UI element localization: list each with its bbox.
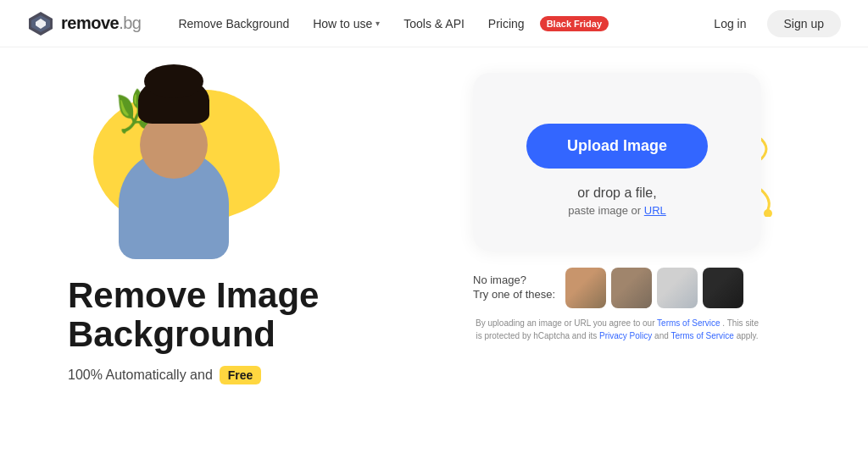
terms-link-2[interactable]: Terms of Service bbox=[670, 331, 733, 340]
chevron-down-icon: ▾ bbox=[376, 19, 380, 28]
url-link[interactable]: URL bbox=[644, 204, 666, 217]
nav-actions: Log in Sign up bbox=[704, 10, 841, 37]
nav-links: Remove Background How to use ▾ Tools & A… bbox=[168, 12, 704, 36]
upload-card: Upload Image or drop a file, paste image… bbox=[473, 73, 761, 251]
legal-text: By uploading an image or URL you agree t… bbox=[473, 317, 761, 342]
sample-thumb-3[interactable] bbox=[657, 268, 698, 308]
hero-left: 🌿 Remove Image Background 100% Automatic… bbox=[68, 64, 434, 384]
hero-title: Remove Image Background bbox=[68, 276, 434, 354]
sample-label: No image? Try one of these: bbox=[473, 274, 555, 302]
logo-icon bbox=[27, 10, 54, 37]
nav-link-how-to-use[interactable]: How to use ▾ bbox=[303, 12, 390, 36]
hero-subtitle: 100% Automatically and Free bbox=[68, 366, 434, 384]
login-button[interactable]: Log in bbox=[704, 12, 756, 36]
upload-image-button[interactable]: Upload Image bbox=[526, 124, 708, 169]
nav-link-remove-background[interactable]: Remove Background bbox=[168, 12, 299, 36]
nav-link-pricing[interactable]: Pricing bbox=[478, 12, 535, 36]
sample-thumb-1[interactable] bbox=[565, 268, 606, 308]
logo[interactable]: remove.bg bbox=[27, 10, 141, 37]
hero-person-illustration: 🌿 bbox=[102, 81, 271, 259]
pricing-with-badge: Pricing Black Friday bbox=[478, 12, 609, 36]
sample-thumbnails bbox=[565, 268, 743, 308]
privacy-link[interactable]: Privacy Policy bbox=[599, 331, 652, 340]
svg-point-3 bbox=[764, 209, 772, 217]
logo-text: remove.bg bbox=[61, 14, 141, 33]
black-friday-badge: Black Friday bbox=[540, 16, 609, 31]
free-badge: Free bbox=[220, 366, 262, 384]
main-content: 🌿 Remove Image Background 100% Automatic… bbox=[0, 47, 868, 459]
navbar: remove.bg Remove Background How to use ▾… bbox=[0, 0, 868, 47]
sample-images-row: No image? Try one of these: bbox=[473, 268, 761, 308]
sample-thumb-4[interactable] bbox=[703, 268, 743, 308]
paste-text: paste image or URL bbox=[568, 204, 666, 217]
nav-link-tools-api[interactable]: Tools & API bbox=[393, 12, 475, 36]
hero-image-area: 🌿 bbox=[68, 81, 305, 259]
hero-right: Upload Image or drop a file, paste image… bbox=[434, 64, 800, 342]
signup-button[interactable]: Sign up bbox=[767, 10, 841, 37]
terms-link[interactable]: Terms of Service bbox=[657, 318, 720, 328]
drop-text: or drop a file, bbox=[577, 185, 656, 201]
sample-thumb-2[interactable] bbox=[611, 268, 652, 308]
